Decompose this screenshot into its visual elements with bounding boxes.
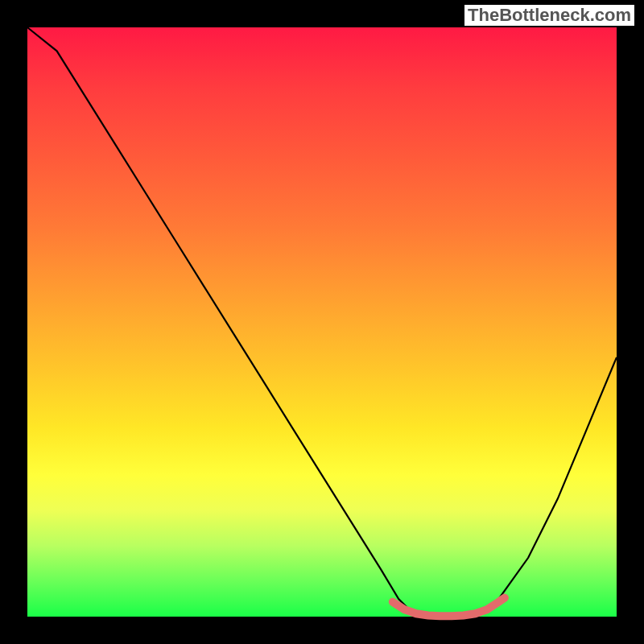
curve-svg (27, 27, 617, 617)
plot-area (27, 27, 617, 617)
chart-container: TheBottleneck.com (0, 0, 644, 644)
watermark-text: TheBottleneck.com (464, 5, 634, 26)
highlight-segment-path (393, 598, 505, 617)
bottleneck-curve-path (27, 27, 617, 617)
